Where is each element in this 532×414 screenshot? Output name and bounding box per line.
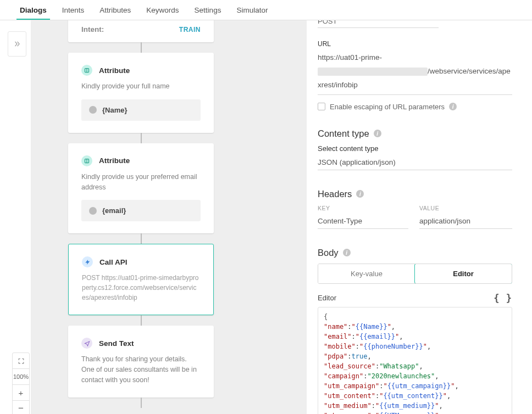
chip-dot-icon [89, 207, 97, 215]
body-editor[interactable]: { "name":"{{Name}}", "email":"{{email}}"… [318, 307, 512, 414]
card-call-api[interactable]: Call API POST https://uat01-prime-simeda… [68, 244, 214, 315]
escape-url-checkbox[interactable] [318, 103, 325, 110]
attribute-chip: {email} [81, 200, 201, 221]
content-type-title: Content type i [318, 128, 512, 139]
train-button[interactable]: TRAIN [179, 26, 201, 33]
chevron-double-right-icon [13, 40, 21, 48]
zoom-controls: 100% + − [12, 353, 30, 414]
header-key-col: KEY [318, 205, 408, 211]
zoom-in-button[interactable]: + [12, 384, 30, 401]
api-url-text: POST https://uat01-prime-simedarbyproper… [82, 273, 200, 303]
info-icon[interactable]: i [343, 249, 351, 256]
card-send-text[interactable]: Send Text Thank you for sharing your det… [68, 326, 214, 397]
escape-url-label: Enable escaping of URL parameters [330, 103, 445, 111]
tab-settings[interactable]: Settings [195, 1, 221, 19]
card-attribute-email[interactable]: Attribute Kindly provide us your preferr… [68, 143, 214, 234]
fullscreen-icon [18, 357, 25, 365]
card-intent[interactable]: Intent: TRAIN [68, 20, 214, 42]
card-desc: Kindly provide us your preferred email a… [81, 172, 201, 193]
body-mode-toggle: Key-value Editor [318, 264, 512, 284]
card-desc: Kindly provide your full name [81, 81, 201, 92]
header-value-input[interactable]: application/json [419, 217, 512, 229]
card-title: Call API [99, 258, 128, 266]
info-icon[interactable]: i [374, 130, 381, 137]
editor-tab[interactable]: Editor [414, 264, 512, 284]
method-select[interactable]: POST [318, 20, 439, 28]
chip-dot-icon [89, 106, 97, 114]
expand-sidebar-button[interactable] [8, 31, 26, 57]
zoom-percent: 100% [12, 368, 30, 385]
editor-label: Editor [318, 294, 336, 302]
attribute-chip: {Name} [81, 99, 201, 121]
left-rail: 100% + − [0, 20, 31, 414]
headers-title: Headers i [318, 189, 512, 199]
attribute-icon [81, 65, 92, 76]
tab-dialogs[interactable]: Dialogs [20, 1, 47, 19]
top-tabs: DialogsIntentsAttributesKeywordsSettings… [0, 0, 532, 20]
send-icon [81, 338, 92, 349]
attribute-icon [81, 155, 92, 166]
info-icon[interactable]: i [449, 103, 457, 110]
header-key-input[interactable]: Content-Type [318, 217, 408, 229]
card-attribute-name[interactable]: Attribute Kindly provide your full name … [68, 53, 214, 133]
card-desc: Thank you for sharing your details. One … [81, 354, 201, 385]
api-icon [82, 256, 93, 267]
zoom-fit-button[interactable] [12, 353, 30, 369]
keyvalue-tab[interactable]: Key-value [318, 264, 415, 283]
card-title: Attribute [99, 156, 130, 165]
content-type-label: Select content type [318, 144, 512, 153]
properties-panel: POST URL https://uat01-prime-/webservice… [307, 20, 532, 414]
dialog-canvas[interactable]: Intent: TRAIN Attribute Kindly provide y… [31, 20, 307, 414]
tab-attributes[interactable]: Attributes [99, 1, 131, 19]
body-title: Body i [318, 248, 512, 258]
url-input[interactable]: https://uat01-prime-/webservice/services… [318, 51, 512, 95]
card-title: Attribute [99, 66, 130, 75]
intent-label: Intent: [81, 25, 104, 33]
tab-simulator[interactable]: Simulator [236, 1, 268, 19]
tab-intents[interactable]: Intents [62, 1, 85, 19]
url-label: URL [318, 40, 512, 48]
card-title: Send Text [99, 339, 134, 348]
content-type-select[interactable]: JSON (application/json) [318, 158, 512, 170]
zoom-out-button[interactable]: − [12, 400, 30, 414]
format-json-button[interactable]: { } [494, 293, 512, 304]
info-icon[interactable]: i [356, 190, 364, 198]
header-value-col: VALUE [419, 205, 512, 211]
tab-keywords[interactable]: Keywords [146, 1, 179, 19]
redacted-text [318, 68, 428, 76]
